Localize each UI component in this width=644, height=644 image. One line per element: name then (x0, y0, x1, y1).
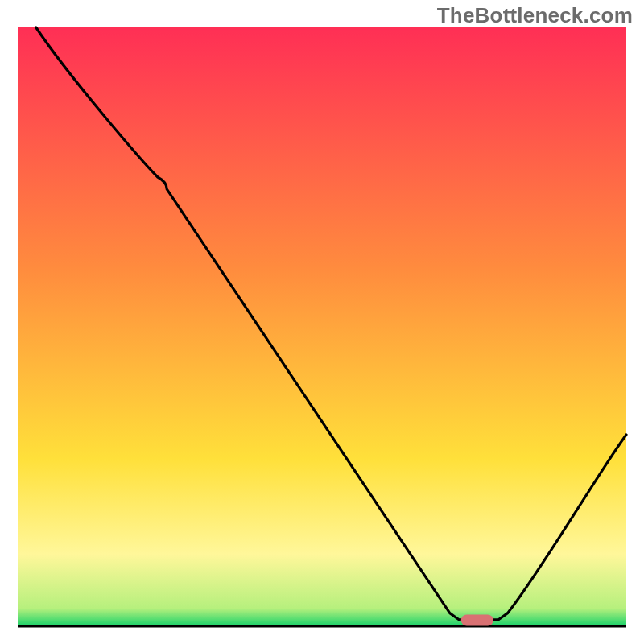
watermark-text: TheBottleneck.com (437, 3, 633, 28)
optimal-marker (461, 615, 493, 626)
plot-background (18, 27, 626, 626)
bottleneck-chart (0, 0, 644, 644)
chart-container: TheBottleneck.com (0, 0, 644, 644)
